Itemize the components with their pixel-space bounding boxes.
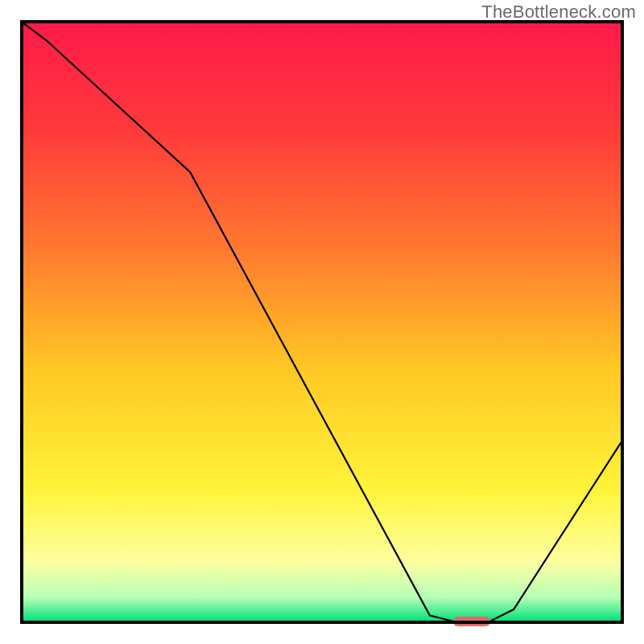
bottleneck-chart: TheBottleneck.com <box>0 0 644 644</box>
plot-background <box>23 23 621 621</box>
attribution-label: TheBottleneck.com <box>481 2 636 23</box>
chart-svg <box>0 0 644 644</box>
